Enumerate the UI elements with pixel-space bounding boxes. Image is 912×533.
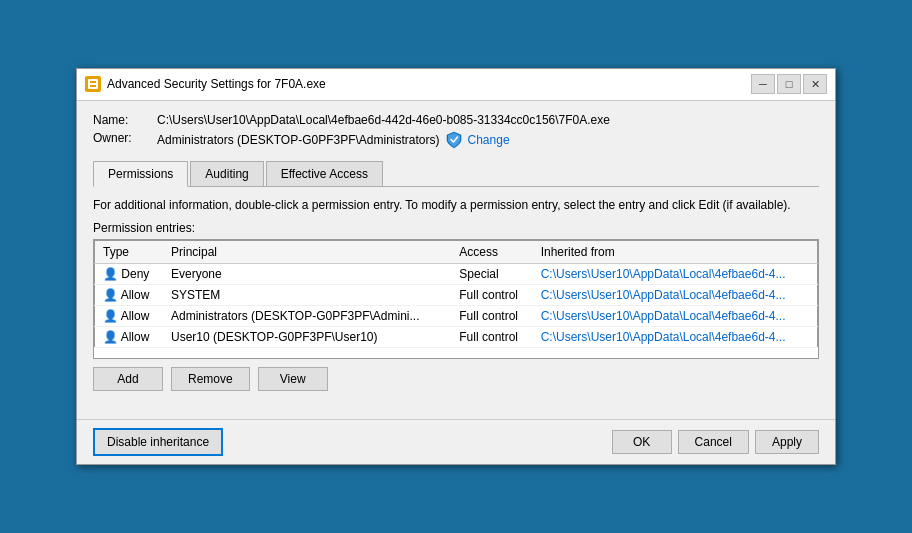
row-inherited: C:\Users\User10\AppData\Local\4efbae6d-4… [533,306,818,327]
user-icon: 👤 [103,309,118,323]
tab-auditing[interactable]: Auditing [190,161,263,187]
close-button[interactable]: ✕ [803,74,827,94]
apply-button[interactable]: Apply [755,430,819,454]
ok-button[interactable]: OK [612,430,672,454]
row-principal: Everyone [163,264,451,285]
row-type: 👤 Allow [95,285,164,306]
title-bar-left: Advanced Security Settings for 7F0A.exe [85,76,326,92]
add-button[interactable]: Add [93,367,163,391]
name-label: Name: [93,113,153,127]
col-access: Access [451,241,532,264]
dialog-content: Name: C:\Users\User10\AppData\Local\4efb… [77,101,835,420]
tabs: Permissions Auditing Effective Access [93,161,819,187]
section-label: Permission entries: [93,221,819,235]
user-icon: 👤 [103,267,118,281]
owner-value: Administrators (DESKTOP-G0PF3PF\Administ… [157,133,440,147]
dialog-footer: Disable inheritance OK Cancel Apply [77,419,835,464]
row-type: 👤 Allow [95,327,164,348]
table-row[interactable]: 👤 Allow SYSTEM Full control C:\Users\Use… [95,285,818,306]
name-value: C:\Users\User10\AppData\Local\4efbae6d-4… [157,113,819,127]
row-type: 👤 Deny [95,264,164,285]
table-row[interactable]: 👤 Allow Administrators (DESKTOP-G0PF3PF\… [95,306,818,327]
col-principal: Principal [163,241,451,264]
row-type: 👤 Allow [95,306,164,327]
col-type: Type [95,241,164,264]
title-controls: ─ □ ✕ [751,74,827,94]
tab-permissions[interactable]: Permissions [93,161,188,187]
view-button[interactable]: View [258,367,328,391]
svg-rect-1 [90,81,96,83]
maximize-button[interactable]: □ [777,74,801,94]
row-principal: SYSTEM [163,285,451,306]
tab-effective-access[interactable]: Effective Access [266,161,383,187]
description-text: For additional information, double-click… [93,197,819,214]
table-action-buttons: Add Remove View [93,367,819,391]
owner-row: Administrators (DESKTOP-G0PF3PF\Administ… [157,131,819,149]
cancel-button[interactable]: Cancel [678,430,749,454]
permissions-table-container[interactable]: Type Principal Access Inherited from 👤 D… [93,239,819,359]
owner-label: Owner: [93,131,153,149]
row-access: Full control [451,306,532,327]
table-row[interactable]: 👤 Deny Everyone Special C:\Users\User10\… [95,264,818,285]
table-row[interactable]: 👤 Allow User10 (DESKTOP-G0PF3PF\User10) … [95,327,818,348]
svg-rect-0 [88,79,98,89]
remove-button[interactable]: Remove [171,367,250,391]
svg-rect-2 [90,85,96,87]
dialog-icon [85,76,101,92]
user-icon: 👤 [103,288,118,302]
row-inherited: C:\Users\User10\AppData\Local\4efbae6d-4… [533,285,818,306]
minimize-button[interactable]: ─ [751,74,775,94]
disable-inheritance-button[interactable]: Disable inheritance [93,428,223,456]
permissions-table: Type Principal Access Inherited from 👤 D… [94,240,818,348]
row-principal: User10 (DESKTOP-G0PF3PF\User10) [163,327,451,348]
advanced-security-dialog: Advanced Security Settings for 7F0A.exe … [76,68,836,466]
row-principal: Administrators (DESKTOP-G0PF3PF\Admini..… [163,306,451,327]
row-access: Special [451,264,532,285]
title-bar: Advanced Security Settings for 7F0A.exe … [77,69,835,101]
user-icon: 👤 [103,330,118,344]
change-link[interactable]: Change [468,133,510,147]
file-info: Name: C:\Users\User10\AppData\Local\4efb… [93,113,819,149]
dialog-title: Advanced Security Settings for 7F0A.exe [107,77,326,91]
col-inherited: Inherited from [533,241,818,264]
row-inherited: C:\Users\User10\AppData\Local\4efbae6d-4… [533,327,818,348]
shield-icon [446,131,462,149]
footer-buttons: OK Cancel Apply [612,430,819,454]
row-access: Full control [451,285,532,306]
row-access: Full control [451,327,532,348]
table-header-row: Type Principal Access Inherited from [95,241,818,264]
row-inherited: C:\Users\User10\AppData\Local\4efbae6d-4… [533,264,818,285]
